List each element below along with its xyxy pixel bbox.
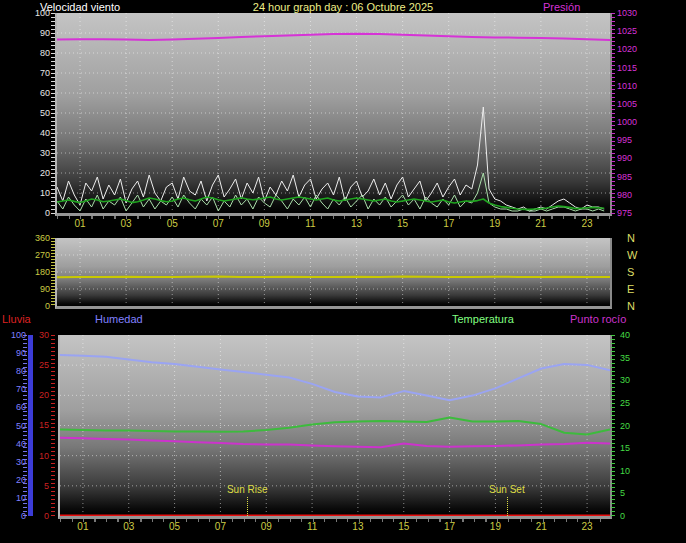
compass-label: N (627, 233, 645, 244)
axis-tick-label: 50 (20, 109, 50, 118)
axis-tick-label: 5 (36, 482, 49, 491)
compass-direction-labels: NWSEN (627, 238, 647, 306)
hour-label: 01 (72, 521, 94, 532)
axis-tick-label: 30 (36, 331, 49, 340)
hour-label: 17 (438, 218, 460, 229)
sunset-marker-line (507, 497, 508, 516)
rain-axis-ticks (51, 335, 55, 516)
hour-label: 17 (439, 521, 461, 532)
humidity-axis-bar (28, 335, 33, 516)
axis-tick-label: 1030 (617, 9, 657, 18)
wind-direction-chart (55, 238, 612, 309)
wind-direction-plot-area (57, 238, 610, 306)
axis-tick-label: 1025 (617, 27, 657, 36)
sunset-label: Sun Set (482, 485, 532, 495)
axis-tick-label: 40 (620, 331, 650, 340)
hour-label: 07 (207, 218, 229, 229)
compass-label: N (627, 301, 645, 312)
top-chart-hour-labels: 010305070911131517192123 (57, 218, 610, 229)
hour-label: 19 (484, 521, 506, 532)
axis-tick-label: 180 (20, 268, 50, 277)
pressure-axis-labels: 1030102510201015101010051000995990985980… (617, 13, 657, 213)
axis-tick-label: 90 (20, 29, 50, 38)
axis-tick-label: 975 (617, 209, 657, 218)
wind-direction-axis-labels: 360270180900 (20, 238, 50, 306)
hour-label: 11 (301, 521, 323, 532)
axis-tick-label: 1010 (617, 82, 657, 91)
axis-tick-label: 10 (36, 452, 49, 461)
rain-label: Lluvia (2, 313, 31, 325)
axis-tick-label: 20 (36, 391, 49, 400)
axis-tick-label: 20 (620, 422, 650, 431)
hour-label: 21 (530, 218, 552, 229)
axis-tick-label: 20 (20, 169, 50, 178)
axis-tick-label: 1000 (617, 118, 657, 127)
pressure-label: Presión (543, 1, 580, 13)
axis-tick-label: 360 (20, 234, 50, 243)
axis-tick-label: 0 (36, 512, 49, 521)
temperature-label: Temperatura (452, 313, 514, 325)
hour-label: 11 (299, 218, 321, 229)
axis-tick-label: 80 (20, 49, 50, 58)
hour-label: 15 (393, 521, 415, 532)
axis-tick-label: 5 (620, 489, 650, 498)
hour-label: 05 (161, 218, 183, 229)
hour-label: 01 (69, 218, 91, 229)
axis-tick-label: 0 (20, 209, 50, 218)
compass-label: W (627, 250, 645, 261)
hour-label: 21 (530, 521, 552, 532)
graph-title: 24 hour graph day : 06 Octubre 2025 (0, 1, 686, 13)
temperature-axis-labels: 4035302520151050 (620, 335, 650, 517)
axis-tick-label: 980 (617, 191, 657, 200)
humidity-label: Humedad (95, 313, 143, 325)
axis-tick-label: 10 (620, 467, 650, 476)
axis-tick-label: 1005 (617, 100, 657, 109)
axis-tick-label: 25 (36, 361, 49, 370)
hour-label: 05 (164, 521, 186, 532)
axis-tick-label: 25 (620, 399, 650, 408)
bottom-chart-hour-labels: 010305070911131517192123 (60, 521, 610, 532)
axis-tick-label: 40 (20, 129, 50, 138)
hour-label: 15 (392, 218, 414, 229)
axis-tick-label: 15 (36, 421, 49, 430)
hour-label: 09 (255, 521, 277, 532)
wind-direction-axis-ticks (51, 238, 55, 307)
compass-label: S (627, 267, 645, 278)
wind-speed-axis-labels: 1009080706050403020100 (20, 13, 50, 213)
dew-point-label: Punto rocío (570, 313, 626, 325)
axis-tick-label: 990 (617, 154, 657, 163)
axis-tick-label: 995 (617, 136, 657, 145)
hour-label: 13 (346, 218, 368, 229)
humidity-axis-ticks (23, 335, 27, 516)
axis-tick-label: 10 (20, 189, 50, 198)
compass-label: E (627, 284, 645, 295)
hour-label: 03 (118, 521, 140, 532)
temperature-axis-ticks (611, 335, 615, 517)
hour-label: 23 (576, 521, 598, 532)
axis-tick-label: 0 (20, 302, 50, 311)
hour-label: 19 (484, 218, 506, 229)
weather-24h-graph-window: Velocidad viento 24 hour graph day : 06 … (0, 0, 686, 543)
hour-label: 13 (347, 521, 369, 532)
axis-tick-label: 270 (20, 251, 50, 260)
axis-tick-label: 15 (620, 444, 650, 453)
axis-tick-label: 1015 (617, 64, 657, 73)
axis-tick-label: 985 (617, 173, 657, 182)
wind-pressure-plot-area (57, 13, 610, 213)
rain-axis-labels: 302520151050 (36, 335, 49, 516)
axis-tick-label: 60 (20, 89, 50, 98)
pressure-axis-ticks (611, 13, 615, 214)
axis-tick-label: 30 (20, 149, 50, 158)
hour-label: 03 (115, 218, 137, 229)
hour-label: 09 (253, 218, 275, 229)
axis-tick-label: 35 (620, 354, 650, 363)
axis-tick-label: 30 (620, 376, 650, 385)
axis-tick-label: 100 (20, 9, 50, 18)
axis-tick-label: 1020 (617, 45, 657, 54)
hour-label: 07 (209, 521, 231, 532)
axis-tick-label: 0 (620, 512, 650, 521)
wind-pressure-chart (55, 13, 612, 216)
axis-tick-label: 70 (20, 69, 50, 78)
axis-tick-label: 90 (20, 285, 50, 294)
wind-speed-axis-ticks (51, 13, 55, 214)
